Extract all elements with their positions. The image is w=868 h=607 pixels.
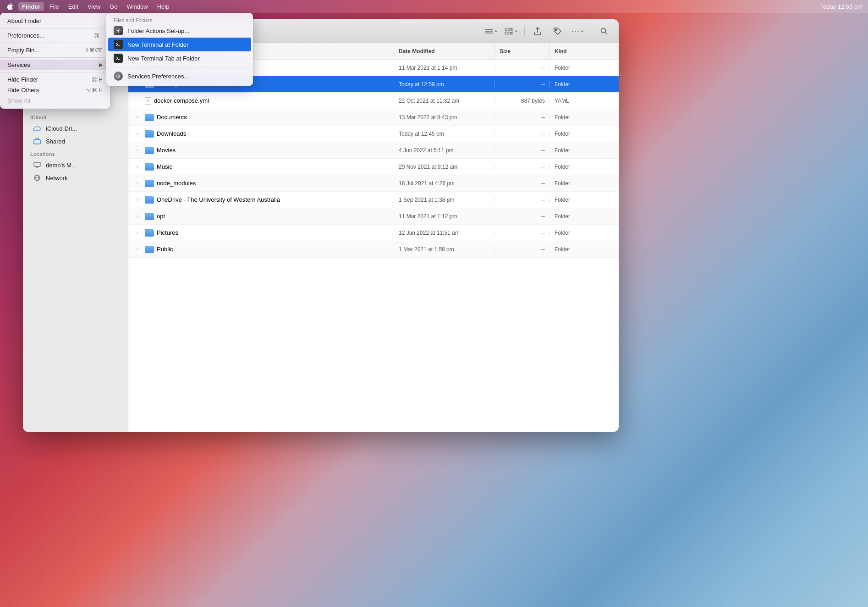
menu-item-hide-others[interactable]: Hide Others ⌥⌘ H xyxy=(0,85,110,95)
file-name-text: Music xyxy=(157,163,172,170)
svg-rect-7 xyxy=(508,32,511,34)
hide-finder-shortcut: ⌘ H xyxy=(92,77,103,83)
column-header-kind[interactable]: Kind xyxy=(550,43,619,59)
new-terminal-tab-icon xyxy=(114,54,123,63)
svg-rect-8 xyxy=(511,32,513,34)
sidebar-item-icloud-label: iCloud Dri... xyxy=(46,125,77,132)
file-date-cell: 13 Mar 2022 at 8:43 pm xyxy=(394,114,495,121)
svg-point-10 xyxy=(601,28,606,33)
svg-rect-4 xyxy=(508,28,511,30)
submenu-item-services-pref[interactable]: ⚙ Services Preferences... xyxy=(106,69,253,83)
submenu-item-new-terminal-tab[interactable]: New Terminal Tab at Folder xyxy=(106,51,253,65)
folder-icon xyxy=(145,213,154,220)
window-body: Favourites Recent xyxy=(23,43,619,432)
menubar-go[interactable]: Go xyxy=(106,2,121,11)
file-row[interactable]: ›node_modules16 Jul 2021 at 4:26 pm--Fol… xyxy=(128,175,619,192)
row-chevron: › xyxy=(133,115,142,120)
sidebar-item-icloud-drive[interactable]: iCloud Dri... xyxy=(26,122,125,135)
file-size-cell: -- xyxy=(495,65,550,71)
svg-rect-20 xyxy=(34,162,40,166)
file-row[interactable]: ›opt11 Mar 2021 at 1:12 pm--Folder xyxy=(128,208,619,225)
file-kind-cell: Folder xyxy=(550,114,619,121)
file-size-cell: -- xyxy=(495,147,550,154)
file-date-cell: 29 Nov 2021 at 9:12 am xyxy=(394,164,495,170)
sidebar-item-demos-mac-label: demo's M... xyxy=(46,162,77,169)
submenu-item-new-terminal[interactable]: New Terminal at Folder xyxy=(108,38,251,51)
file-row[interactable]: ›Public1 Mar 2021 at 1:58 pm--Folder xyxy=(128,241,619,258)
row-chevron: › xyxy=(133,197,142,202)
menu-separator-3 xyxy=(0,57,110,58)
folder-actions-icon xyxy=(114,26,123,35)
file-row[interactable]: ›OneDrive - The University of Western Au… xyxy=(128,192,619,208)
column-header-date[interactable]: Date Modified xyxy=(394,43,495,59)
svg-point-9 xyxy=(555,29,557,30)
sidebar-item-shared[interactable]: Shared xyxy=(26,135,125,148)
folder-icon xyxy=(145,130,154,138)
file-size-cell: -- xyxy=(495,131,550,137)
file-row[interactable]: !docker-compose.yml22 Oct 2021 at 11:32 … xyxy=(128,93,619,109)
file-name-cell: ›Movies xyxy=(128,147,394,154)
grid-view-button[interactable] xyxy=(504,25,519,38)
menu-item-services[interactable]: Services ▶ xyxy=(0,60,110,70)
file-row[interactable]: ›Documents13 Mar 2022 at 8:43 pm--Folder xyxy=(128,109,619,126)
file-name-cell: ›opt xyxy=(128,213,394,220)
file-name-cell: ›Public xyxy=(128,246,394,253)
emptybin-shortcut: ⇧⌘⌫ xyxy=(85,47,103,54)
hide-others-shortcut: ⌥⌘ H xyxy=(85,87,103,94)
column-header-size[interactable]: Size xyxy=(495,43,550,59)
row-chevron: › xyxy=(133,164,142,169)
file-size-cell: -- xyxy=(495,246,550,253)
svg-rect-5 xyxy=(511,28,513,30)
list-view-button[interactable] xyxy=(484,25,499,38)
file-name-text: node_modules xyxy=(157,180,196,187)
search-button[interactable] xyxy=(597,25,611,38)
sidebar-section-icloud: iCloud xyxy=(23,111,128,122)
file-row[interactable]: ›Movies4 Jun 2022 at 5:11 pm--Folder xyxy=(128,142,619,159)
file-name-cell: ›Downloads xyxy=(128,130,394,138)
file-size-cell: 887 bytes xyxy=(495,98,550,104)
menubar-help[interactable]: Help xyxy=(154,2,173,11)
more-button[interactable]: ··· xyxy=(571,25,585,38)
menubar-view[interactable]: View xyxy=(84,2,104,11)
sidebar-item-network[interactable]: Network xyxy=(26,171,125,184)
file-date-cell: Today at 12:59 pm xyxy=(394,81,495,88)
submenu-item-folder-actions[interactable]: Folder Actions Set-up... xyxy=(106,24,253,38)
services-submenu-arrow: ▶ xyxy=(99,62,103,68)
menubar: Finder File Edit View Go Window Help Tod… xyxy=(0,0,868,13)
menubar-file[interactable]: File xyxy=(46,2,63,11)
menu-item-preferences[interactable]: Preferences... ⌘ , xyxy=(0,30,110,41)
share-button[interactable] xyxy=(530,25,545,38)
file-row[interactable]: ›Pictures12 Jan 2022 at 11:51 am--Folder xyxy=(128,225,619,241)
file-size-cell: -- xyxy=(495,81,550,88)
menubar-edit[interactable]: Edit xyxy=(65,2,82,11)
file-row[interactable]: ›DownloadsToday at 12:45 pm--Folder xyxy=(128,126,619,142)
file-kind-cell: Folder xyxy=(550,131,619,137)
svg-rect-19 xyxy=(34,140,40,144)
sidebar-item-demos-mac[interactable]: demo's M... xyxy=(26,159,125,171)
toolbar-separator-2 xyxy=(591,27,591,36)
file-kind-cell: YAML xyxy=(550,98,619,104)
submenu-separator xyxy=(106,67,253,67)
folder-icon xyxy=(145,196,154,204)
menubar-window[interactable]: Window xyxy=(123,2,151,11)
toolbar-separator-1 xyxy=(524,27,525,36)
folder-icon xyxy=(145,163,154,171)
file-row[interactable]: ›Music29 Nov 2021 at 9:12 am--Folder xyxy=(128,159,619,175)
menubar-finder[interactable]: Finder xyxy=(18,2,44,11)
mac-icon xyxy=(33,161,41,169)
file-name-cell: !docker-compose.yml xyxy=(128,97,394,105)
file-kind-cell: Folder xyxy=(550,213,619,220)
file-date-cell: 11 Mar 2021 at 1:14 pm xyxy=(394,65,495,71)
tag-button[interactable] xyxy=(550,25,565,38)
menubar-right-controls: Today 12:59 pm xyxy=(820,3,863,10)
menu-item-about[interactable]: About Finder xyxy=(0,16,110,26)
file-name-cell: ›Pictures xyxy=(128,229,394,237)
menu-item-empty-bin[interactable]: Empty Bin... ⇧⌘⌫ xyxy=(0,45,110,55)
row-chevron: › xyxy=(133,131,142,136)
row-chevron: › xyxy=(133,214,142,219)
apple-menu-icon[interactable] xyxy=(5,2,15,11)
menu-item-hide-finder[interactable]: Hide Finder ⌘ H xyxy=(0,74,110,85)
file-name-text: Public xyxy=(157,246,173,253)
file-size-cell: -- xyxy=(495,164,550,170)
file-kind-cell: Folder xyxy=(550,230,619,236)
